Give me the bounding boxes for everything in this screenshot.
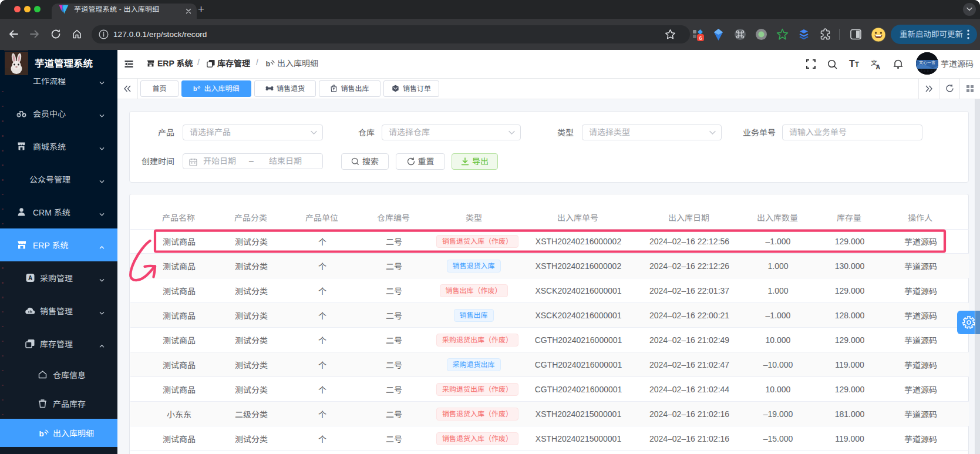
svg-text:6: 6 bbox=[699, 35, 702, 41]
svg-text:文心一言: 文心一言 bbox=[919, 59, 935, 65]
svg-text:A: A bbox=[28, 275, 32, 281]
svg-text:b: b bbox=[193, 85, 197, 92]
svg-text:b: b bbox=[39, 429, 44, 438]
svg-text:A: A bbox=[876, 63, 881, 70]
svg-text:b: b bbox=[266, 60, 271, 68]
